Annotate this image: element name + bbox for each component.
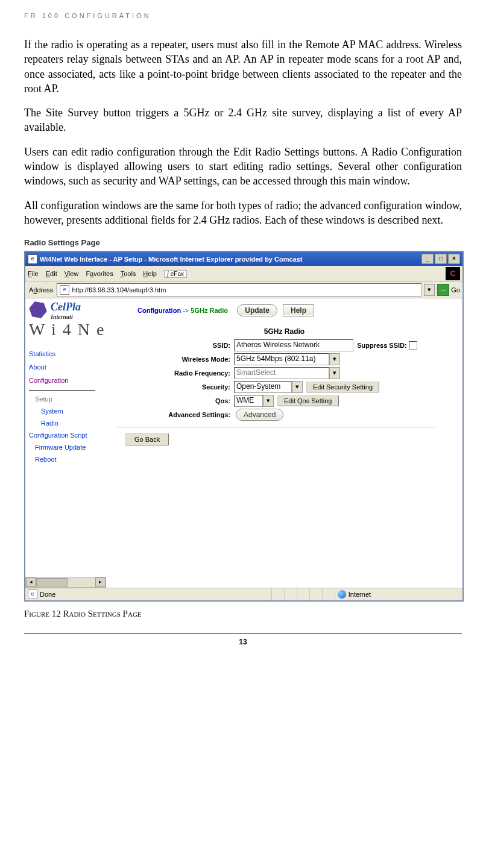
paragraph-3: Users can edit radio configuration throu… — [24, 145, 462, 189]
figure-caption: Figure 12 Radio Settings Page — [24, 609, 462, 619]
wi4net-logo: W i 4 N e — [29, 320, 107, 339]
go-back-button[interactable]: Go Back — [125, 433, 169, 445]
window-titlebar[interactable]: e Wi4Net Web Interface - AP Setup - Micr… — [25, 252, 462, 266]
chevron-down-icon: ▾ — [263, 395, 274, 407]
suppress-ssid-label: Suppress SSID: — [357, 342, 407, 349]
address-dropdown[interactable]: ▾ — [424, 284, 435, 296]
breadcrumb-configuration[interactable]: Configuration — [137, 307, 181, 314]
paragraph-1: If the radio is operating as a repeater,… — [24, 37, 462, 96]
chevron-down-icon: ▾ — [329, 367, 340, 379]
security-select[interactable]: Open-System▾ — [234, 381, 303, 393]
address-url: http://63.98.33.104/setupfr3.htm — [72, 286, 166, 294]
menubar: File Edit View Favorites Tools Help jeFa… — [25, 266, 462, 282]
page-number: 13 — [24, 638, 462, 651]
edit-qos-button[interactable]: Edit Qos Setting — [277, 395, 339, 406]
nav-setup[interactable]: Setup — [35, 395, 107, 403]
menu-edit[interactable]: Edit — [46, 270, 57, 277]
main-content: Configuration -> 5GHz Radio Update Help … — [110, 298, 462, 588]
wireless-mode-select[interactable]: 5GHz 54Mbps (802.11a)▾ — [234, 353, 340, 365]
menu-favorites[interactable]: Favorites — [86, 270, 113, 277]
nav-reboot[interactable]: Reboot — [35, 456, 107, 463]
breadcrumb: Configuration -> 5GHz Radio Update Help — [137, 304, 459, 316]
advanced-button[interactable]: Advanced — [236, 409, 283, 421]
nav-system[interactable]: System — [41, 407, 107, 415]
ie-window: e Wi4Net Web Interface - AP Setup - Micr… — [24, 251, 464, 602]
scroll-left-icon[interactable]: ◂ — [26, 577, 36, 587]
nav-statistics[interactable]: Statistics — [29, 350, 107, 357]
section-title: 5GHz Radio — [110, 327, 459, 336]
nav-firmware-update[interactable]: Firmware Update — [35, 444, 107, 451]
menu-help[interactable]: Help — [143, 270, 157, 277]
sidebar: CelPla Internati W i 4 N e Statistics Ab… — [25, 298, 110, 588]
globe-icon — [338, 590, 346, 599]
running-header: FR 100 CONFIGURATION — [24, 12, 462, 19]
status-zone: Internet — [349, 591, 371, 598]
address-label: Address — [28, 286, 54, 294]
close-button[interactable]: × — [448, 254, 460, 264]
celplan-logo: CelPla Internati — [51, 301, 81, 320]
window-title: Wi4Net Web Interface - AP Setup - Micros… — [40, 256, 303, 263]
breadcrumb-radio: 5GHz Radio — [191, 307, 228, 314]
advanced-settings-label: Advanced Settings: — [110, 411, 234, 418]
wireless-mode-label: Wireless Mode: — [110, 356, 234, 363]
status-done: Done — [40, 591, 55, 598]
paragraph-2: The Site Survey button triggers a 5GHz o… — [24, 105, 462, 135]
cube-logo-icon — [28, 301, 48, 319]
maximize-button[interactable]: □ — [435, 254, 447, 264]
chevron-down-icon: ▾ — [329, 353, 340, 365]
menu-file[interactable]: File — [28, 270, 39, 277]
qos-label: Qos: — [110, 397, 234, 404]
scroll-thumb[interactable] — [36, 578, 68, 587]
breadcrumb-arrow-icon: -> — [183, 307, 189, 314]
menu-tools[interactable]: Tools — [121, 270, 136, 277]
page-icon: e — [60, 285, 69, 295]
nav-radio[interactable]: Radio — [41, 420, 107, 427]
menu-view[interactable]: View — [65, 270, 79, 277]
horizontal-scrollbar[interactable]: ◂ ▸ — [25, 577, 106, 588]
status-bar: e Done Internet — [25, 588, 462, 600]
go-arrow-icon[interactable]: → — [437, 284, 449, 296]
scroll-right-icon[interactable]: ▸ — [95, 577, 106, 587]
form-divider — [116, 427, 435, 427]
nav-about[interactable]: About — [29, 363, 107, 371]
comcast-logo-icon: C — [446, 267, 460, 280]
page-rule — [24, 634, 462, 634]
ie-icon: e — [28, 254, 37, 264]
subhead-radio-settings: Radio Settings Page — [24, 238, 462, 247]
qos-select[interactable]: WME▾ — [234, 395, 274, 407]
address-input[interactable]: e http://63.98.33.104/setupfr3.htm — [57, 283, 421, 297]
minimize-button[interactable]: _ — [421, 254, 434, 264]
chevron-down-icon: ▾ — [292, 381, 303, 393]
radio-frequency-label: Radio Frequency: — [110, 370, 234, 377]
update-button[interactable]: Update — [237, 304, 277, 316]
toolbar-efax[interactable]: jeFax — [164, 270, 187, 278]
nav-divider — [29, 390, 95, 391]
suppress-ssid-checkbox[interactable] — [409, 341, 417, 350]
radio-frequency-select[interactable]: SmartSelect▾ — [234, 367, 340, 379]
security-label: Security: — [110, 383, 234, 391]
edit-security-button[interactable]: Edit Security Setting — [306, 382, 379, 392]
ssid-input[interactable]: Atheros Wireless Network — [234, 339, 353, 351]
page-icon: e — [28, 590, 37, 599]
ssid-label: SSID: — [110, 342, 234, 349]
nav-configuration[interactable]: Configuration — [29, 377, 107, 384]
nav-config-script[interactable]: Configuration Script — [29, 432, 107, 439]
help-button[interactable]: Help — [283, 304, 314, 316]
address-bar: Address e http://63.98.33.104/setupfr3.h… — [25, 282, 462, 298]
go-label[interactable]: Go — [451, 286, 460, 294]
paragraph-4: All configuration windows are the same f… — [24, 198, 462, 228]
